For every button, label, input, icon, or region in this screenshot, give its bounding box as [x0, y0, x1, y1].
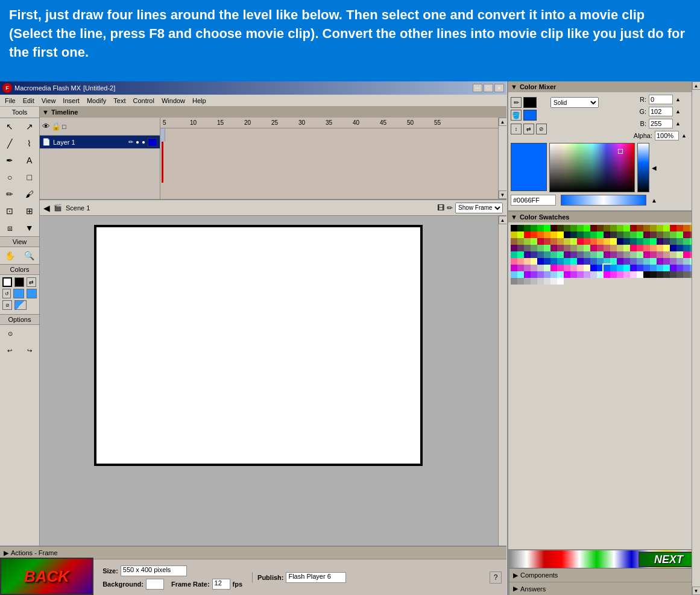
swatch-cell[interactable]	[643, 251, 650, 258]
pencil-stroke-icon[interactable]: ✏	[511, 97, 522, 108]
fill-none-btn[interactable]	[14, 300, 27, 310]
swatch-cell[interactable]	[511, 271, 517, 278]
swatch-cell[interactable]	[544, 258, 550, 265]
swatch-cell[interactable]	[517, 278, 524, 285]
swatch-cell[interactable]	[577, 251, 584, 258]
swatch-cell[interactable]	[517, 231, 524, 238]
swatch-cell[interactable]	[524, 238, 531, 245]
swatch-cell[interactable]	[617, 231, 623, 238]
hex-input[interactable]	[511, 195, 556, 206]
swatch-cell[interactable]	[577, 231, 584, 238]
line-tool[interactable]: ╱	[0, 135, 20, 152]
swatch-cell[interactable]	[550, 258, 557, 265]
ink-bucket-tool[interactable]: ⧆	[0, 219, 20, 236]
swatch-cell[interactable]	[643, 271, 650, 278]
swatch-cell[interactable]	[623, 271, 630, 278]
swatch-cell[interactable]	[584, 258, 590, 265]
show-frame-select[interactable]: Show Frame Show All	[455, 203, 503, 213]
swatch-cell[interactable]	[597, 271, 604, 278]
r-input[interactable]	[649, 95, 673, 104]
swatch-cell[interactable]	[570, 225, 577, 231]
swatch-cell[interactable]	[544, 245, 550, 251]
swatch-cell[interactable]	[670, 271, 676, 278]
swatch-cell[interactable]	[657, 231, 663, 238]
text-tool[interactable]: A	[20, 152, 40, 169]
swatch-cell[interactable]	[550, 251, 557, 258]
swatch-cell[interactable]	[670, 245, 676, 251]
fill-bucket-icon[interactable]: 🪣	[511, 110, 522, 121]
swatch-cell[interactable]	[623, 231, 630, 238]
pen-tool[interactable]: ✒	[0, 152, 20, 169]
swatch-cell[interactable]	[577, 258, 584, 265]
swatch-cell[interactable]	[584, 245, 590, 251]
swatch-cell[interactable]	[570, 238, 577, 245]
menu-text[interactable]: Text	[110, 96, 129, 105]
swatch-cell[interactable]	[544, 265, 550, 271]
swatch-cell[interactable]	[610, 225, 617, 231]
swatch-cell[interactable]	[531, 245, 537, 251]
swatch-cell[interactable]	[517, 271, 524, 278]
swatch-cell[interactable]	[557, 271, 564, 278]
zoom-tool[interactable]: 🔍	[20, 247, 40, 264]
components-row[interactable]: ▶ Components	[509, 568, 700, 582]
swatch-cell[interactable]	[643, 238, 650, 245]
swatch-cell[interactable]	[630, 231, 637, 238]
swatch-cell[interactable]	[623, 251, 630, 258]
swatch-cell[interactable]	[623, 238, 630, 245]
swatch-cell[interactable]	[564, 231, 570, 238]
swatch-cell[interactable]	[537, 231, 544, 238]
stroke-color-icon[interactable]	[2, 277, 12, 287]
swatch-cell[interactable]	[676, 245, 683, 251]
swatch-cell[interactable]	[531, 225, 537, 231]
swatch-cell[interactable]	[584, 251, 590, 258]
swatch-cell[interactable]	[610, 238, 617, 245]
help-icon[interactable]: ?	[490, 571, 502, 584]
swatch-cell[interactable]	[623, 258, 630, 265]
swatch-cell[interactable]	[531, 251, 537, 258]
stroke-color-btn[interactable]	[13, 289, 24, 298]
swatch-cell[interactable]	[610, 245, 617, 251]
swatch-cell[interactable]	[643, 265, 650, 271]
menu-help[interactable]: Help	[189, 96, 210, 105]
swatch-cell[interactable]	[577, 271, 584, 278]
swatch-cell[interactable]	[537, 258, 544, 265]
swatch-cell[interactable]	[517, 245, 524, 251]
swatch-cell[interactable]	[544, 238, 550, 245]
swatch-cell[interactable]	[676, 271, 683, 278]
swatch-cell[interactable]	[676, 265, 683, 271]
brightness-bar[interactable]	[637, 143, 649, 192]
r-spinner-up[interactable]: ▲	[675, 96, 681, 102]
swatch-cell[interactable]	[537, 238, 544, 245]
swatch-cell[interactable]	[597, 251, 604, 258]
current-color-swatch[interactable]	[511, 143, 547, 191]
swatch-cell[interactable]	[584, 225, 590, 231]
swatch-cell[interactable]	[610, 271, 617, 278]
swatch-cell[interactable]	[630, 225, 637, 231]
menu-view[interactable]: View	[38, 96, 60, 105]
swatch-cell[interactable]	[517, 265, 524, 271]
swatch-cell[interactable]	[597, 238, 604, 245]
swatch-cell[interactable]	[570, 245, 577, 251]
swatch-cell[interactable]	[557, 258, 564, 265]
swatch-cell[interactable]	[623, 245, 630, 251]
swatch-cell[interactable]	[564, 238, 570, 245]
swatch-cell[interactable]	[524, 265, 531, 271]
swatch-cell[interactable]	[577, 265, 584, 271]
swatch-cell[interactable]	[544, 225, 550, 231]
arrow-tool[interactable]: ↖	[0, 118, 20, 135]
swatch-cell[interactable]	[550, 245, 557, 251]
swatch-cell[interactable]	[524, 278, 531, 285]
swatch-cell[interactable]	[617, 245, 623, 251]
swatch-cell[interactable]	[617, 251, 623, 258]
background-swatch[interactable]	[146, 579, 164, 590]
maximize-button[interactable]: □	[484, 84, 493, 92]
swatch-cell[interactable]	[597, 231, 604, 238]
swatch-cell[interactable]	[657, 245, 663, 251]
brush-tool[interactable]: 🖌	[20, 186, 40, 203]
swatch-cell[interactable]	[590, 265, 597, 271]
swatch-cell[interactable]	[670, 225, 676, 231]
scene-edit-icon[interactable]: ✏	[447, 204, 453, 212]
swatch-cell[interactable]	[663, 245, 670, 251]
g-spinner-up[interactable]: ▲	[675, 109, 681, 115]
swatch-cell[interactable]	[597, 258, 604, 265]
